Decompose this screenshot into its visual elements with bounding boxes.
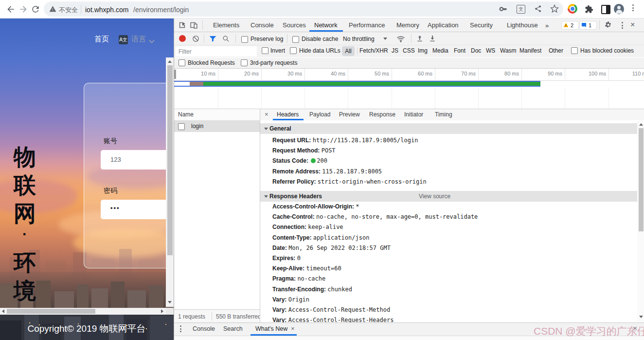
details-tab-preview[interactable]: Preview <box>339 111 360 118</box>
has-blocked-cookies-label[interactable]: Has blocked cookies <box>580 47 634 54</box>
page-vertical-scrollbar[interactable] <box>166 57 174 307</box>
filter-type[interactable]: Fetch/XHR <box>359 47 388 54</box>
share-icon[interactable] <box>534 5 542 13</box>
name-column-header[interactable]: Name <box>174 109 260 121</box>
chrome-logo-icon[interactable] <box>568 4 577 14</box>
back-icon[interactable] <box>6 4 16 14</box>
tab-lighthouse[interactable]: Lighthouse <box>507 21 538 29</box>
record-icon[interactable] <box>179 35 186 42</box>
devtools-close-icon[interactable]: × <box>630 20 635 29</box>
filter-type[interactable]: Media <box>432 47 448 54</box>
details-close-icon[interactable]: × <box>265 111 268 118</box>
tab-application[interactable]: Application <box>428 21 459 29</box>
invert-checkbox[interactable] <box>262 47 268 54</box>
details-tab-headers[interactable]: Headers <box>277 111 299 118</box>
disable-cache-checkbox[interactable] <box>292 36 299 43</box>
url-path[interactable]: /environment/login <box>133 6 189 14</box>
page-horizontal-scrollbar[interactable] <box>0 308 166 315</box>
invert-label[interactable]: Invert <box>270 47 285 54</box>
column-divider[interactable] <box>260 109 260 322</box>
not-secure-warning-icon[interactable] <box>49 5 56 13</box>
filter-type[interactable]: Manifest <box>519 47 541 54</box>
settings-gear-icon[interactable] <box>604 21 612 29</box>
translate-badge-icon[interactable]: A文 <box>119 35 128 44</box>
drawer-tab-whats-new[interactable]: What's New <box>255 325 287 332</box>
third-party-checkbox[interactable] <box>241 59 248 66</box>
device-toolbar-icon[interactable] <box>190 21 198 29</box>
disable-cache-label[interactable]: Disable cache <box>302 36 338 42</box>
forward-icon[interactable] <box>18 4 28 14</box>
details-tab-payload[interactable]: Payload <box>309 111 330 118</box>
devtools-menu-icon[interactable] <box>622 22 623 29</box>
scrollbar-thumb[interactable] <box>7 309 95 314</box>
messages-badge[interactable]: 1 <box>579 21 597 30</box>
reader-mode-icon[interactable] <box>601 5 610 14</box>
scrollbar-thumb[interactable] <box>167 65 173 255</box>
search-icon[interactable] <box>222 35 230 42</box>
filter-icon[interactable] <box>209 36 216 42</box>
filter-type[interactable]: Other <box>549 47 563 54</box>
view-source-button[interactable]: View source <box>419 193 450 200</box>
filter-type[interactable]: CSS <box>403 47 415 54</box>
tab-console[interactable]: Console <box>250 21 274 29</box>
throttling-select[interactable]: No throttling <box>343 36 375 42</box>
details-scrollbar[interactable] <box>637 121 644 322</box>
extensions-icon[interactable] <box>585 5 593 14</box>
drawer-tab-close-icon[interactable]: × <box>291 325 295 332</box>
details-tab-initiator[interactable]: Initiator <box>404 111 423 118</box>
filter-type[interactable]: WS <box>486 47 495 54</box>
refresh-icon[interactable] <box>31 4 40 14</box>
hide-data-urls-checkbox[interactable] <box>290 47 297 54</box>
drawer-menu-icon[interactable] <box>180 325 181 332</box>
url-host[interactable]: iot.whxph.com <box>85 6 128 14</box>
tab-elements[interactable]: Elements <box>213 21 239 29</box>
drawer-tab-console[interactable]: Console <box>193 325 215 332</box>
network-conditions-icon[interactable] <box>396 35 405 43</box>
warnings-badge[interactable]: 2 <box>561 21 579 30</box>
security-label[interactable]: 不安全 <box>59 6 78 15</box>
filter-type-all[interactable]: All <box>342 46 355 56</box>
drawer-tab-search[interactable]: Search <box>223 325 243 332</box>
tab-memory[interactable]: Memory <box>396 21 419 29</box>
nav-home[interactable]: 首页 <box>94 35 109 44</box>
details-tab-response[interactable]: Response <box>369 111 395 118</box>
throttling-dropdown-icon[interactable] <box>383 38 387 40</box>
preserve-log-checkbox[interactable] <box>241 36 248 43</box>
url-bar[interactable]: 不安全 iot.whxph.com /environment/login 文 <box>44 1 563 17</box>
filter-type[interactable]: JS <box>392 47 398 54</box>
clear-icon[interactable] <box>192 35 199 42</box>
section-response-headers[interactable]: Response Headers View source <box>260 191 637 202</box>
more-tabs-icon[interactable]: » <box>545 22 549 29</box>
nav-language[interactable]: 语言 <box>131 35 146 44</box>
request-checkbox[interactable] <box>178 123 185 130</box>
account-input[interactable]: 123 <box>101 150 174 170</box>
section-general[interactable]: General <box>260 123 637 134</box>
password-input[interactable]: ••• <box>101 200 174 219</box>
key-icon[interactable] <box>499 5 507 13</box>
inspect-icon[interactable] <box>178 21 186 29</box>
tab-sources[interactable]: Sources <box>283 21 306 29</box>
preserve-log-label[interactable]: Preserve log <box>250 36 283 42</box>
hide-data-urls-label[interactable]: Hide data URLs <box>299 47 340 54</box>
filter-type[interactable]: Wasm <box>500 47 517 54</box>
third-party-label[interactable]: 3rd-party requests <box>250 59 297 66</box>
filter-input[interactable]: Filter <box>176 46 257 57</box>
details-tab-timing[interactable]: Timing <box>435 111 452 118</box>
translate-icon[interactable]: 文 <box>517 5 525 14</box>
request-row-login[interactable]: login <box>174 121 260 132</box>
filter-type[interactable]: Doc <box>471 47 481 54</box>
tab-network[interactable]: Network <box>314 21 338 29</box>
filter-type[interactable]: Img <box>418 47 428 54</box>
browser-menu-icon[interactable] <box>632 4 634 11</box>
blocked-requests-checkbox[interactable] <box>179 59 185 66</box>
tab-security[interactable]: Security <box>470 21 493 29</box>
tab-performance[interactable]: Performance <box>349 21 385 29</box>
scrollbar-thumb[interactable] <box>639 128 644 231</box>
blocked-requests-label[interactable]: Blocked Requests <box>188 59 235 66</box>
has-blocked-cookies-checkbox[interactable] <box>571 47 578 54</box>
filter-type[interactable]: Font <box>454 47 465 54</box>
import-har-icon[interactable] <box>416 35 424 42</box>
avatar-icon[interactable] <box>614 4 624 14</box>
star-icon[interactable] <box>550 4 559 13</box>
export-har-icon[interactable] <box>429 35 436 42</box>
